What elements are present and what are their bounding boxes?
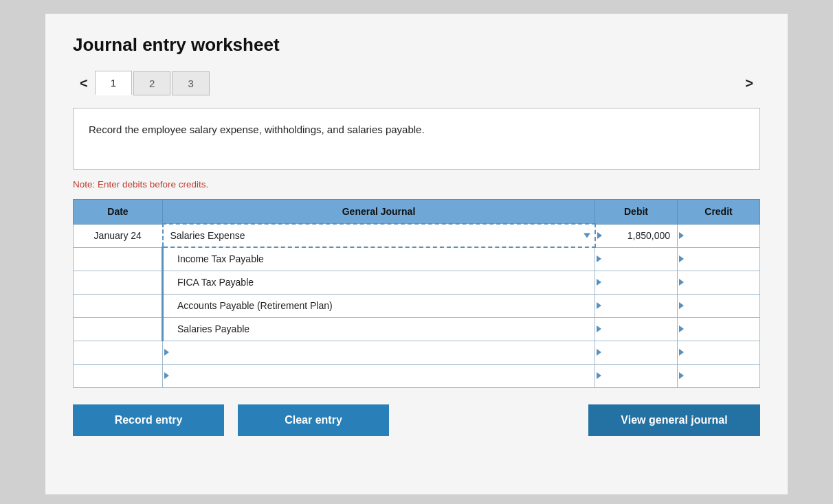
- table-row: Income Tax Payable: [74, 247, 760, 271]
- journal-cell-salaries-payable[interactable]: Salaries Payable: [163, 317, 595, 341]
- debit-cell-1[interactable]: 1,850,000: [595, 224, 678, 247]
- table-row: FICA Tax Payable: [74, 271, 760, 294]
- record-entry-button[interactable]: Record entry: [73, 404, 224, 436]
- journal-arrow-icon: [164, 372, 169, 379]
- date-cell: [74, 247, 163, 271]
- journal-cell-retirement[interactable]: Accounts Payable (Retirement Plan): [163, 294, 595, 317]
- credit-arrow-icon: [679, 372, 684, 379]
- debit-cell-2[interactable]: [595, 247, 678, 271]
- credit-arrow-icon: [679, 302, 684, 309]
- debit-cell-6[interactable]: [595, 341, 678, 364]
- tabs-nav: < 1 2 3 >: [73, 71, 760, 95]
- view-general-journal-button[interactable]: View general journal: [588, 404, 760, 436]
- journal-cell-salaries[interactable]: Salaries Expense: [163, 224, 595, 247]
- journal-arrow-icon: [164, 349, 169, 356]
- credit-cell-4[interactable]: [678, 294, 760, 317]
- header-journal: General Journal: [163, 200, 595, 225]
- debit-arrow-icon: [597, 325, 601, 332]
- credit-cell-6[interactable]: [678, 341, 760, 364]
- date-cell: [74, 341, 163, 364]
- journal-cell-income-tax[interactable]: Income Tax Payable: [163, 247, 595, 271]
- main-container: Journal entry worksheet < 1 2 3 > Record…: [45, 14, 788, 494]
- journal-table: Date General Journal Debit Credit Januar…: [73, 199, 760, 388]
- dropdown-icon[interactable]: [584, 233, 590, 238]
- debit-cell-3[interactable]: [595, 271, 678, 294]
- instruction-box: Record the employee salary expense, with…: [73, 108, 760, 170]
- debit-cell-7[interactable]: [595, 364, 678, 387]
- tab-1[interactable]: 1: [95, 71, 132, 95]
- next-arrow[interactable]: >: [738, 71, 760, 95]
- debit-arrow-icon: [597, 232, 602, 239]
- date-cell: January 24: [74, 224, 163, 247]
- journal-cell-fica[interactable]: FICA Tax Payable: [163, 271, 595, 294]
- prev-arrow[interactable]: <: [73, 71, 95, 95]
- debit-cell-5[interactable]: [595, 317, 678, 341]
- journal-cell-empty1[interactable]: [163, 341, 595, 364]
- note-text: Note: Enter debits before credits.: [73, 179, 760, 190]
- date-cell: [74, 271, 163, 294]
- credit-cell-3[interactable]: [678, 271, 760, 294]
- page-title: Journal entry worksheet: [73, 34, 760, 56]
- credit-cell-2[interactable]: [678, 247, 760, 271]
- credit-arrow-icon: [679, 349, 684, 356]
- date-cell: [74, 294, 163, 317]
- header-credit: Credit: [678, 200, 760, 225]
- header-debit: Debit: [595, 200, 678, 225]
- clear-entry-button[interactable]: Clear entry: [238, 404, 389, 436]
- debit-arrow-icon: [597, 372, 601, 379]
- credit-arrow-icon: [679, 279, 684, 286]
- buttons-row: Record entry Clear entry View general jo…: [73, 404, 760, 436]
- credit-cell-5[interactable]: [678, 317, 760, 341]
- table-row: [74, 341, 760, 364]
- journal-cell-empty2[interactable]: [163, 364, 595, 387]
- tab-3[interactable]: 3: [172, 71, 209, 95]
- credit-cell-7[interactable]: [678, 364, 760, 387]
- debit-cell-4[interactable]: [595, 294, 678, 317]
- date-cell: [74, 317, 163, 341]
- credit-arrow-icon: [679, 232, 684, 239]
- debit-arrow-icon: [597, 349, 601, 356]
- debit-arrow-icon: [597, 302, 601, 309]
- date-cell: [74, 364, 163, 387]
- debit-arrow-icon: [597, 255, 601, 262]
- table-row: Accounts Payable (Retirement Plan): [74, 294, 760, 317]
- table-row: [74, 364, 760, 387]
- header-date: Date: [74, 200, 163, 225]
- credit-arrow-icon: [679, 325, 684, 332]
- debit-arrow-icon: [597, 279, 601, 286]
- tab-2[interactable]: 2: [133, 71, 170, 95]
- credit-arrow-icon: [679, 255, 684, 262]
- table-row: Salaries Payable: [74, 317, 760, 341]
- credit-cell-1[interactable]: [678, 224, 760, 247]
- table-row: January 24 Salaries Expense 1,850,000: [74, 224, 760, 247]
